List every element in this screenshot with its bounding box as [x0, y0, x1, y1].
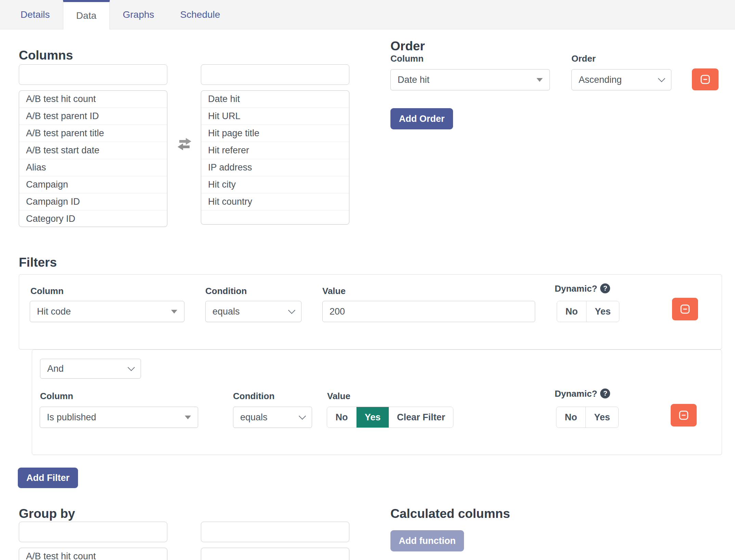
filter-row-1: Column Hit code Condition equals Value D… — [19, 274, 722, 349]
swap-columns-icon — [176, 136, 193, 152]
column-option[interactable]: Hit country — [201, 193, 349, 211]
value-yes-button[interactable]: Yes — [357, 407, 389, 428]
columns-selected-list: Date hit Hit URL Hit page title Hit refe… — [201, 90, 349, 225]
column-option[interactable]: A/B test parent title — [19, 125, 167, 142]
filter-value-label: Value — [327, 392, 350, 400]
filter-dynamic-label: Dynamic? ? — [555, 389, 610, 398]
add-filter-button[interactable]: Add Filter — [18, 468, 78, 488]
tab-bar: Details Data Graphs Schedule — [0, 0, 735, 29]
column-option[interactable]: Hit city — [201, 176, 349, 193]
add-function-button[interactable]: Add function — [390, 530, 464, 551]
filter-condition-select[interactable]: equals — [233, 407, 312, 428]
order-direction-label: Order — [571, 54, 596, 63]
order-column-value: Date hit — [398, 75, 429, 85]
tab-data[interactable]: Data — [63, 0, 110, 29]
filter-dynamic-label: Dynamic? ? — [555, 283, 610, 293]
chevron-down-icon — [128, 364, 135, 371]
filter-column-select[interactable]: Hit code — [30, 301, 184, 322]
column-option[interactable]: Alias — [19, 159, 167, 176]
minus-square-icon — [699, 73, 712, 86]
filter-condition-label: Condition — [233, 392, 274, 400]
group-by-available-search-input[interactable] — [19, 522, 167, 542]
order-column-select[interactable]: Date hit — [390, 69, 550, 90]
filter-dynamic-toggle: No Yes — [556, 407, 619, 428]
columns-section-title: Columns — [19, 49, 73, 62]
help-icon[interactable]: ? — [600, 389, 610, 398]
filter-column-value: Hit code — [37, 306, 71, 317]
column-option[interactable]: Hit URL — [201, 108, 349, 125]
add-order-button[interactable]: Add Order — [390, 108, 453, 129]
chevron-down-icon — [299, 412, 306, 419]
column-option[interactable]: Hit referer — [201, 142, 349, 159]
value-no-button[interactable]: No — [327, 407, 357, 428]
filter-value-input[interactable] — [322, 301, 535, 322]
columns-available-search-input[interactable] — [19, 64, 167, 85]
filter-condition-select[interactable]: equals — [205, 301, 301, 322]
group-by-option[interactable]: A/B test hit count — [19, 548, 167, 560]
order-column-label: Column — [390, 54, 424, 63]
caret-down-icon — [185, 416, 191, 419]
column-option[interactable]: A/B test hit count — [19, 91, 167, 108]
minus-square-icon — [679, 303, 692, 316]
filter-row-2: And Column Is published Condition equals… — [32, 349, 722, 455]
dynamic-yes-button[interactable]: Yes — [586, 407, 618, 428]
column-option[interactable]: Campaign — [19, 176, 167, 193]
column-option[interactable]: IP address — [201, 159, 349, 176]
filter-operator-select[interactable]: And — [40, 359, 141, 379]
chevron-down-icon — [288, 306, 295, 314]
columns-available-list: A/B test hit count A/B test parent ID A/… — [19, 90, 167, 227]
calculated-columns-title: Calculated columns — [390, 507, 510, 520]
filter-column-label: Column — [40, 392, 73, 400]
remove-order-button[interactable] — [692, 68, 719, 90]
filter-condition-value: equals — [240, 412, 268, 423]
remove-filter-button[interactable] — [671, 404, 697, 427]
remove-filter-button[interactable] — [672, 298, 698, 320]
clear-filter-button[interactable]: Clear Filter — [389, 407, 453, 428]
order-direction-value: Ascending — [579, 75, 622, 85]
filter-dynamic-toggle: No Yes — [557, 301, 619, 322]
group-by-selected-list — [201, 548, 349, 560]
columns-selected-search-input[interactable] — [201, 64, 349, 85]
dynamic-yes-button[interactable]: Yes — [586, 301, 619, 322]
tab-graphs[interactable]: Graphs — [110, 0, 167, 29]
column-option[interactable]: Campaign ID — [19, 193, 167, 211]
filter-boolean-value-group: No Yes Clear Filter — [327, 407, 453, 428]
dynamic-no-button[interactable]: No — [557, 301, 586, 322]
report-data-page: Details Data Graphs Schedule Columns A/B… — [0, 0, 735, 560]
column-option[interactable]: A/B test start date — [19, 142, 167, 159]
column-option[interactable]: Hit page title — [201, 125, 349, 142]
filter-value-label: Value — [322, 287, 346, 295]
group-by-available-list: A/B test hit count — [19, 548, 167, 560]
tab-schedule[interactable]: Schedule — [167, 0, 233, 29]
column-option[interactable]: A/B test parent ID — [19, 108, 167, 125]
filter-condition-value: equals — [212, 306, 240, 317]
group-by-selected-search-input[interactable] — [201, 522, 349, 542]
caret-down-icon — [171, 310, 177, 314]
order-direction-select[interactable]: Ascending — [571, 69, 671, 90]
caret-down-icon — [537, 78, 543, 82]
chevron-down-icon — [658, 75, 665, 82]
group-by-section-title: Group by — [19, 507, 75, 520]
filter-column-value: Is published — [47, 412, 96, 423]
tab-details[interactable]: Details — [8, 0, 63, 29]
filter-condition-label: Condition — [205, 287, 247, 295]
filters-section-title: Filters — [19, 256, 57, 269]
dynamic-no-button[interactable]: No — [556, 407, 586, 428]
filter-column-label: Column — [30, 287, 64, 295]
filter-column-select[interactable]: Is published — [40, 407, 198, 428]
column-option[interactable]: Date hit — [201, 91, 349, 108]
minus-square-icon — [677, 409, 690, 422]
order-section-title: Order — [390, 40, 425, 52]
help-icon[interactable]: ? — [600, 283, 610, 293]
column-option[interactable]: Category ID — [19, 211, 167, 227]
filter-operator-value: And — [47, 364, 64, 374]
